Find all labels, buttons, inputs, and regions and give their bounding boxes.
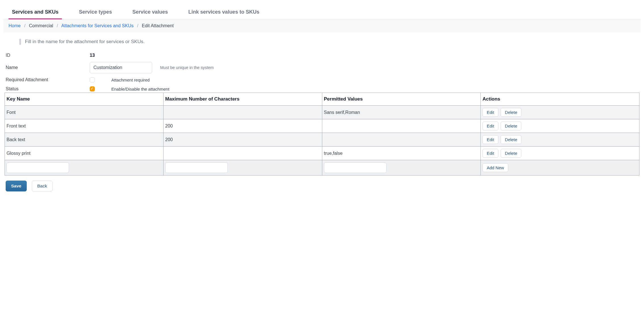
breadcrumb-home[interactable]: Home bbox=[9, 23, 21, 28]
cell-permitted bbox=[322, 133, 481, 147]
edit-button[interactable]: Edit bbox=[482, 122, 498, 130]
breadcrumb: Home / Commercial / Attachments for Serv… bbox=[3, 19, 641, 32]
name-input[interactable] bbox=[90, 62, 152, 73]
tab-services-and-skus[interactable]: Services and SKUs bbox=[9, 5, 62, 19]
new-permitted-input[interactable] bbox=[324, 162, 386, 173]
id-value: 13 bbox=[90, 53, 95, 58]
edit-button[interactable]: Edit bbox=[482, 149, 498, 158]
delete-button[interactable]: Delete bbox=[501, 108, 521, 117]
page-hint: Fill in the name for the attachment for … bbox=[19, 39, 641, 45]
id-label: ID bbox=[5, 53, 90, 58]
save-button[interactable]: Save bbox=[6, 181, 27, 191]
table-row: Glossy printtrue,falseEditDelete bbox=[5, 147, 639, 160]
delete-button[interactable]: Delete bbox=[501, 135, 521, 144]
required-attachment-checkbox[interactable] bbox=[90, 77, 95, 82]
cell-key: Back text bbox=[5, 133, 164, 147]
hint-text: Fill in the name for the attachment for … bbox=[25, 39, 145, 45]
keys-table: Key Name Maximum Number of Characters Pe… bbox=[5, 93, 639, 176]
cell-key: Font bbox=[5, 106, 164, 119]
cell-permitted bbox=[322, 119, 481, 133]
status-checkbox[interactable] bbox=[90, 86, 95, 91]
tab-service-values[interactable]: Service values bbox=[129, 5, 171, 19]
table-row: FontSans serif,RomanEditDelete bbox=[5, 106, 639, 119]
new-key-input[interactable] bbox=[7, 162, 69, 173]
breadcrumb-parent[interactable]: Attachments for Services and SKUs bbox=[61, 23, 133, 28]
delete-button[interactable]: Delete bbox=[501, 149, 521, 158]
cell-actions: EditDelete bbox=[481, 147, 639, 160]
table-row: Back text200EditDelete bbox=[5, 133, 639, 147]
cell-max: 200 bbox=[163, 133, 322, 147]
edit-button[interactable]: Edit bbox=[482, 108, 498, 117]
cell-max: 200 bbox=[163, 119, 322, 133]
cell-actions: EditDelete bbox=[481, 106, 639, 119]
tab-link-services-values-to-skus[interactable]: Link services values to SKUs bbox=[185, 5, 263, 19]
cell-actions: EditDelete bbox=[481, 119, 639, 133]
required-attachment-label: Required Attachment bbox=[5, 77, 90, 82]
breadcrumb-section: Commercial bbox=[29, 23, 53, 28]
cell-permitted: true,false bbox=[322, 147, 481, 160]
name-helper: Must be unique in the system bbox=[160, 65, 214, 70]
back-button[interactable]: Back bbox=[32, 181, 52, 191]
cell-max bbox=[163, 106, 322, 119]
edit-button[interactable]: Edit bbox=[482, 135, 498, 144]
cell-permitted: Sans serif,Roman bbox=[322, 106, 481, 119]
col-permitted-values: Permitted Values bbox=[322, 93, 481, 106]
hint-bar-icon bbox=[19, 39, 21, 45]
add-new-button[interactable]: Add New bbox=[482, 163, 508, 172]
tabs-bar: Services and SKUs Service types Service … bbox=[3, 5, 641, 19]
status-helper: Enable/Disable the attachment bbox=[111, 87, 169, 91]
cell-actions: EditDelete bbox=[481, 133, 639, 147]
new-max-input[interactable] bbox=[165, 162, 228, 173]
status-label: Status bbox=[5, 86, 90, 91]
cell-key: Glossy print bbox=[5, 147, 164, 160]
cell-max bbox=[163, 147, 322, 160]
delete-button[interactable]: Delete bbox=[501, 122, 521, 130]
table-row-new: Add New bbox=[5, 160, 639, 176]
cell-key: Front text bbox=[5, 119, 164, 133]
col-actions: Actions bbox=[481, 93, 639, 106]
table-row: Front text200EditDelete bbox=[5, 119, 639, 133]
col-key-name: Key Name bbox=[5, 93, 164, 106]
col-max-chars: Maximum Number of Characters bbox=[163, 93, 322, 106]
breadcrumb-current: Edit Attachment bbox=[142, 23, 174, 28]
name-label: Name bbox=[5, 65, 90, 70]
tab-service-types[interactable]: Service types bbox=[76, 5, 115, 19]
required-attachment-helper: Attachment required bbox=[111, 78, 150, 82]
